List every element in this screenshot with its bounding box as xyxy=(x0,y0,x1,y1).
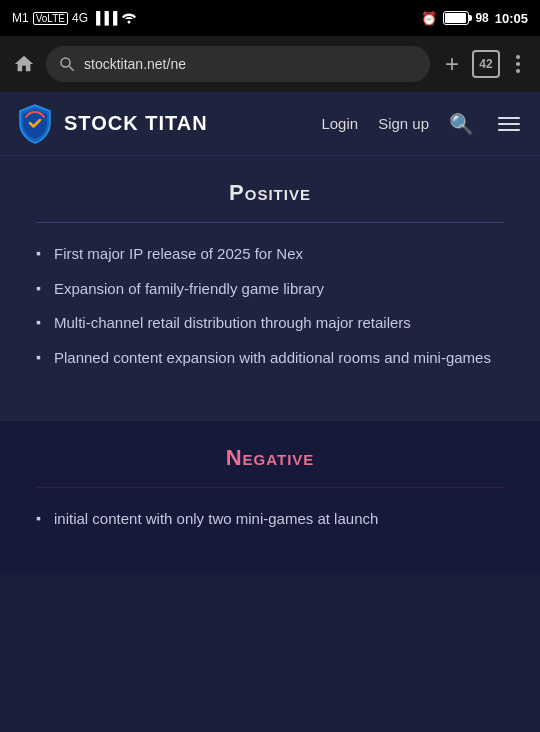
hamburger-menu-button[interactable] xyxy=(494,113,524,135)
home-button[interactable] xyxy=(10,50,38,78)
battery-percent: 98 xyxy=(475,11,488,25)
more-options-button[interactable] xyxy=(506,55,530,73)
brand-name: STOCK TITAN xyxy=(64,112,208,135)
positive-section-title: Positive xyxy=(36,180,504,206)
search-icon[interactable]: 🔍 xyxy=(449,112,474,136)
positive-bullet-2: Expansion of family-friendly game librar… xyxy=(36,278,504,301)
status-left: M1 VoLTE 4G ▐▐▐ xyxy=(12,10,137,27)
url-text: stocktitan.net/ne xyxy=(84,56,186,72)
main-content: Positive First major IP release of 2025 … xyxy=(0,156,540,575)
navbar: STOCK TITAN Login Sign up 🔍 xyxy=(0,92,540,156)
negative-section-title: Negative xyxy=(36,445,504,471)
volte-label: VoLTE xyxy=(33,12,68,25)
status-right: ⏰ 98 10:05 xyxy=(421,11,528,26)
address-bar[interactable]: stocktitan.net/ne xyxy=(46,46,430,82)
login-link[interactable]: Login xyxy=(321,115,358,132)
logo-shield-icon xyxy=(16,103,54,145)
svg-line-1 xyxy=(69,66,74,71)
positive-section: Positive First major IP release of 2025 … xyxy=(0,156,540,413)
positive-bullet-list: First major IP release of 2025 for Nex E… xyxy=(36,243,504,369)
wifi-icon xyxy=(121,10,137,27)
alarm-icon: ⏰ xyxy=(421,11,437,26)
svg-point-0 xyxy=(61,58,70,67)
browser-actions: + 42 xyxy=(438,50,530,78)
status-bar: M1 VoLTE 4G ▐▐▐ ⏰ 98 10:05 xyxy=(0,0,540,36)
new-tab-button[interactable]: + xyxy=(438,50,466,78)
time-display: 10:05 xyxy=(495,11,528,26)
browser-chrome: stocktitan.net/ne + 42 xyxy=(0,36,540,92)
positive-bullet-1: First major IP release of 2025 for Nex xyxy=(36,243,504,266)
positive-bullet-4: Planned content expansion with additiona… xyxy=(36,347,504,370)
battery-indicator xyxy=(443,11,469,25)
logo-area: STOCK TITAN xyxy=(16,103,321,145)
signup-link[interactable]: Sign up xyxy=(378,115,429,132)
negative-bullet-1: initial content with only two mini-games… xyxy=(36,508,504,531)
signal-label: 4G xyxy=(72,11,88,25)
negative-bullet-list: initial content with only two mini-games… xyxy=(36,508,504,531)
positive-divider xyxy=(36,222,504,223)
positive-bullet-3: Multi-channel retail distribution throug… xyxy=(36,312,504,335)
carrier-label: M1 xyxy=(12,11,29,25)
nav-links: Login Sign up 🔍 xyxy=(321,112,524,136)
tab-count-badge[interactable]: 42 xyxy=(472,50,500,78)
site-security-icon xyxy=(58,55,76,73)
negative-divider xyxy=(36,487,504,488)
signal-bars-icon: ▐▐▐ xyxy=(92,11,118,25)
negative-section: Negative initial content with only two m… xyxy=(0,421,540,575)
